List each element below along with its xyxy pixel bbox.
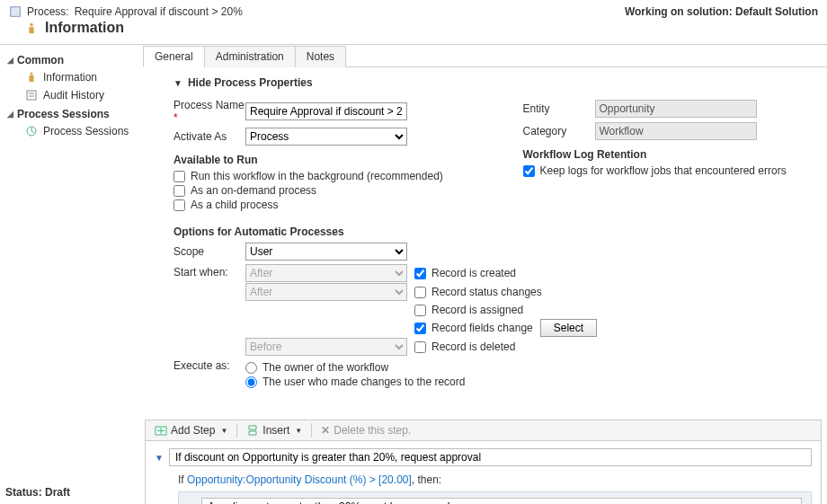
tab-general[interactable]: General [143, 46, 205, 67]
sidebar-item-information[interactable]: Information [0, 68, 139, 86]
step-action-description-input[interactable] [201, 498, 802, 504]
options-auto-title: Options for Automatic Processes [173, 225, 809, 238]
tab-administration[interactable]: Administration [204, 46, 296, 67]
process-name-label: Process Name [173, 99, 245, 111]
sidebar-item-label: Process Sessions [43, 125, 129, 137]
start-when-after-select: After [245, 264, 407, 282]
process-title-icon [9, 5, 22, 18]
step-body: ◦ Action Approval Process Set Properties [178, 491, 812, 504]
collapse-icon: ◢ [7, 110, 13, 119]
start-when-before-select: Before [245, 338, 407, 356]
category-field [595, 122, 757, 140]
select-fields-button[interactable]: Select [540, 319, 597, 337]
execute-as-label: Execute as: [173, 359, 245, 372]
status-bar: Status: Draft [5, 486, 70, 499]
sidebar-group-label: Process Sessions [17, 108, 110, 120]
step-expand-icon[interactable]: ▼ [155, 453, 164, 463]
sidebar-group-process-sessions[interactable]: ◢ Process Sessions [0, 104, 139, 122]
record-status-changes-checkbox[interactable]: Record status changes [414, 286, 542, 298]
delete-icon: ✕ [321, 424, 330, 437]
bullet-icon: ◦ [188, 500, 192, 504]
sidebar-group-common[interactable]: ◢ Common [0, 50, 139, 68]
activate-as-select[interactable]: Process [245, 128, 407, 146]
svg-rect-5 [27, 91, 36, 100]
tab-strip: General Administration Notes [143, 45, 827, 67]
record-deleted-checkbox[interactable]: Record is deleted [414, 340, 515, 353]
step-description-input[interactable] [169, 448, 812, 466]
category-label: Category [523, 125, 595, 137]
log-retention-title: Workflow Log Retention [523, 148, 810, 161]
information-icon [25, 22, 38, 34]
scope-label: Scope [173, 245, 245, 258]
condition-link[interactable]: Opportunity:Opportunity Discount (%) > [… [187, 473, 412, 486]
available-to-run-title: Available to Run [173, 154, 460, 166]
sidebar: ◢ Common Information Audit History ◢ Pro… [0, 44, 139, 504]
start-when-after-select2: After [245, 283, 407, 301]
record-assigned-checkbox[interactable]: Record is assigned [414, 304, 523, 316]
information-title-row: Information [9, 20, 243, 36]
insert-button[interactable]: Insert▼ [243, 423, 306, 438]
sidebar-item-label: Information [43, 71, 97, 84]
svg-rect-0 [11, 7, 21, 17]
child-process-checkbox[interactable]: As a child process [173, 199, 460, 211]
chevron-down-icon: ▼ [220, 427, 227, 435]
on-demand-checkbox[interactable]: As an on-demand process [173, 184, 460, 197]
sessions-icon [25, 125, 38, 137]
sidebar-item-label: Audit History [43, 89, 104, 102]
activate-as-label: Activate As [173, 130, 245, 143]
keep-logs-checkbox[interactable]: Keep logs for workflow jobs that encount… [523, 164, 810, 177]
svg-rect-4 [30, 75, 34, 82]
solution-label: Working on solution: Default Solution [625, 5, 818, 18]
svg-point-1 [30, 23, 33, 27]
process-name-input[interactable] [245, 102, 407, 120]
chevron-down-icon: ▼ [295, 427, 302, 435]
audit-icon [25, 89, 38, 102]
steps-toolbar: Add Step▼ Insert▼ ✕ Delete this step. [145, 420, 822, 440]
run-background-checkbox[interactable]: Run this workflow in the background (rec… [173, 170, 460, 182]
svg-point-3 [31, 73, 33, 75]
info-icon [25, 71, 38, 84]
execute-as-owner-radio[interactable]: The owner of the workflow [245, 361, 465, 374]
add-step-icon [155, 424, 167, 437]
page-title: Information [45, 20, 124, 36]
process-prefix-label: Process: [27, 5, 69, 18]
insert-icon [246, 424, 259, 437]
process-name-text: Require Approval if discount > 20% [75, 5, 243, 18]
collapse-icon: ◢ [7, 56, 13, 65]
sidebar-group-label: Common [17, 54, 64, 66]
start-when-label: Start when: [173, 266, 245, 279]
entity-label: Entity [523, 102, 595, 115]
hide-process-properties-toggle[interactable]: ▼ Hide Process Properties [139, 67, 827, 96]
chevron-down-icon: ▼ [173, 78, 182, 88]
tab-notes[interactable]: Notes [295, 46, 346, 67]
hide-props-label: Hide Process Properties [188, 76, 313, 89]
entity-field [595, 100, 757, 118]
svg-rect-2 [29, 27, 33, 33]
add-step-button[interactable]: Add Step▼ [151, 423, 231, 438]
scope-select[interactable]: User [245, 243, 407, 261]
step-area: ▼ If Opportunity:Opportunity Discount (%… [145, 440, 822, 504]
sidebar-item-audit-history[interactable]: Audit History [0, 86, 139, 104]
process-title: Process: Require Approval if discount > … [9, 5, 243, 18]
step-if-condition[interactable]: If Opportunity:Opportunity Discount (%) … [178, 473, 812, 486]
sidebar-item-process-sessions[interactable]: Process Sessions [0, 122, 139, 140]
record-created-checkbox[interactable]: Record is created [414, 267, 516, 279]
record-fields-change-checkbox[interactable]: Record fields change [414, 322, 533, 334]
execute-as-user-radio[interactable]: The user who made changes to the record [245, 376, 465, 388]
delete-step-button: ✕ Delete this step. [317, 423, 414, 438]
